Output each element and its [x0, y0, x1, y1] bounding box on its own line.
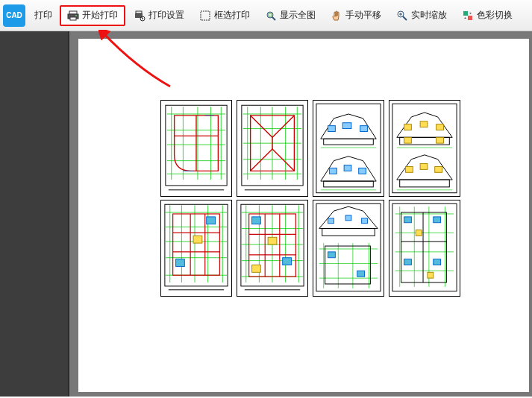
realtime-zoom-label: 实时缩放	[411, 9, 447, 22]
svg-rect-140	[404, 259, 412, 265]
preview-sheet	[78, 39, 529, 392]
drawing-tile	[237, 100, 308, 197]
svg-rect-50	[360, 126, 368, 132]
svg-rect-47	[324, 139, 374, 145]
hand-icon	[331, 10, 342, 22]
app-logo: CAD	[3, 4, 25, 27]
manual-pan-label: 手动平移	[345, 9, 381, 22]
svg-rect-16	[463, 11, 468, 16]
svg-rect-88	[193, 236, 202, 243]
svg-rect-112	[322, 229, 375, 236]
drawing-tile	[160, 200, 232, 297]
drawing-tile	[237, 200, 308, 297]
svg-rect-106	[252, 217, 261, 224]
svg-rect-125	[357, 271, 365, 277]
svg-rect-142	[416, 230, 422, 236]
svg-rect-61	[436, 124, 444, 130]
svg-rect-2	[70, 17, 76, 20]
drawing-grid	[160, 100, 460, 297]
svg-rect-113	[328, 218, 334, 224]
svg-rect-67	[435, 166, 442, 172]
svg-rect-59	[404, 124, 412, 130]
print-settings-button[interactable]: 打印设置	[127, 5, 191, 26]
svg-rect-0	[69, 11, 77, 14]
box-select-print-button[interactable]: 框选打印	[193, 5, 257, 26]
svg-point-3	[75, 15, 77, 16]
svg-rect-143	[428, 272, 434, 278]
svg-rect-63	[436, 137, 444, 143]
svg-rect-65	[406, 166, 413, 172]
svg-rect-124	[328, 252, 336, 258]
svg-rect-86	[176, 259, 185, 267]
svg-rect-53	[344, 165, 351, 171]
workarea	[0, 31, 532, 397]
manual-pan-button[interactable]: 手动平移	[324, 5, 388, 26]
zoom-icon	[396, 10, 408, 22]
color-swap-icon	[462, 10, 474, 22]
svg-rect-51	[324, 181, 374, 187]
svg-rect-17	[468, 16, 472, 20]
svg-rect-64	[400, 180, 450, 187]
svg-rect-87	[207, 217, 216, 224]
start-print-button[interactable]: 开始打印	[60, 5, 125, 26]
svg-rect-109	[252, 265, 261, 273]
svg-rect-60	[420, 121, 428, 127]
svg-rect-62	[404, 137, 412, 143]
print-settings-label: 打印设置	[148, 9, 184, 22]
drawing-tile	[389, 100, 460, 197]
realtime-zoom-button[interactable]: 实时缩放	[389, 5, 454, 26]
svg-point-9	[267, 12, 273, 18]
drawing-tile	[313, 100, 384, 197]
svg-rect-8	[201, 11, 210, 20]
show-full-label: 显示全图	[280, 9, 316, 22]
svg-rect-107	[283, 258, 292, 265]
svg-rect-115	[362, 218, 368, 224]
svg-rect-139	[434, 217, 441, 223]
printer-gear-icon	[134, 10, 145, 22]
tab-print[interactable]: 打印	[28, 9, 58, 22]
svg-rect-144	[392, 203, 457, 291]
svg-rect-89	[165, 204, 228, 286]
svg-rect-48	[328, 126, 336, 132]
drawing-tile	[313, 200, 384, 297]
drawing-tile	[389, 200, 460, 297]
svg-rect-138	[404, 217, 412, 223]
svg-line-10	[272, 17, 275, 20]
svg-rect-114	[345, 215, 351, 221]
start-print-label: 开始打印	[82, 9, 118, 22]
svg-rect-11	[269, 13, 272, 16]
print-preview-area[interactable]	[69, 31, 532, 397]
drawing-tile	[160, 100, 232, 197]
svg-rect-5	[136, 11, 142, 13]
svg-line-13	[403, 16, 407, 20]
svg-rect-66	[420, 164, 428, 170]
svg-rect-57	[316, 104, 381, 192]
svg-rect-141	[434, 259, 441, 265]
svg-rect-49	[342, 123, 351, 129]
box-select-print-label: 框选打印	[214, 9, 250, 22]
svg-rect-108	[268, 237, 277, 244]
svg-rect-54	[359, 168, 366, 174]
selection-rect-icon	[199, 10, 211, 22]
svg-rect-52	[330, 168, 337, 174]
left-gutter	[0, 31, 69, 397]
svg-point-7	[142, 18, 143, 19]
svg-rect-4	[135, 13, 143, 18]
color-switch-button[interactable]: 色彩切换	[455, 5, 519, 26]
printer-icon	[67, 10, 79, 22]
color-switch-label: 色彩切换	[477, 9, 513, 22]
toolbar: CAD 打印 开始打印 打印设置 框选打印 显示全图 手动平移 实	[0, 0, 532, 31]
show-full-button[interactable]: 显示全图	[258, 5, 322, 26]
fit-view-icon	[265, 10, 277, 22]
